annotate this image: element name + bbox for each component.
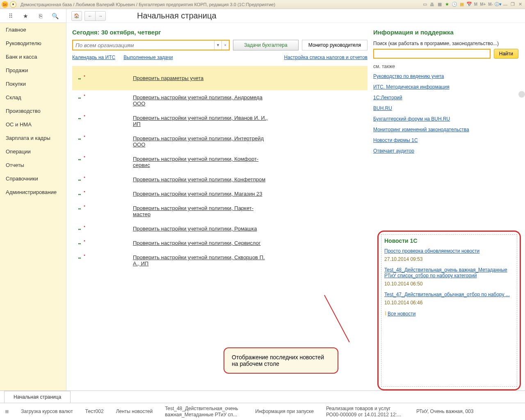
task-link[interactable]: Проверить настройки учетной политики, Ма… <box>133 191 268 197</box>
task-status-icon <box>78 135 84 141</box>
home-button[interactable]: 🏠 <box>71 11 82 21</box>
news-link[interactable]: Просто проверка обновляемости новости <box>384 248 479 254</box>
close-button[interactable]: ✕ <box>517 1 523 8</box>
toolbar-icon-1[interactable]: ▭ <box>422 1 428 8</box>
task-link[interactable]: Проверить настройки учетной политики, Ск… <box>133 254 268 267</box>
news-date: 10.10.2014 06:50 <box>384 281 514 287</box>
toolbar-icon-6[interactable]: ▦ <box>459 1 465 8</box>
history-icon[interactable]: 🕓 <box>451 1 458 8</box>
task-status-icon <box>78 176 84 182</box>
task-link[interactable]: Проверить настройки учетной политики, Ко… <box>133 176 268 183</box>
history-nav-icon[interactable]: ⎘ <box>37 12 45 20</box>
bottom-tab-start[interactable]: Начальная страница <box>4 391 71 403</box>
restore-button[interactable]: ❐ <box>509 1 516 8</box>
news-link[interactable]: Test_48_Действительная_очень важная_Мета… <box>384 267 507 278</box>
find-button[interactable]: Найти <box>494 49 518 59</box>
sidebar-item[interactable]: Банк и касса <box>0 50 66 64</box>
app-menu-button[interactable]: ▾ <box>10 1 16 8</box>
support-link[interactable]: Отвечает аудитор <box>373 148 518 154</box>
sidebar-item[interactable]: Покупки <box>0 77 66 91</box>
sidebar-item[interactable]: Руководителю <box>0 37 66 50</box>
status-item[interactable]: Test_48_Действительная_очень важная_Мета… <box>165 406 243 418</box>
task-link[interactable]: Проверить настройки учетной политики, Ив… <box>133 115 268 127</box>
support-link[interactable]: 1С:Лекторий <box>373 95 518 100</box>
done-tasks-link[interactable]: Выполненные задачи <box>123 55 173 60</box>
support-link[interactable]: Бухгалтерский форум на BUH.RU <box>373 116 518 122</box>
support-link[interactable]: ИТС. Методическая информация <box>373 84 518 90</box>
status-item[interactable]: Информация при запуске <box>255 409 314 414</box>
toolbar-icon-2[interactable]: 🖶 <box>429 1 436 8</box>
manager-tab[interactable]: Монитор руководителя <box>302 40 368 50</box>
favorites-icon[interactable]: ★ <box>444 1 450 8</box>
title-text: Демонстрационная база / Любимов Валерий … <box>21 2 275 7</box>
minimize-button[interactable]: — <box>502 1 509 8</box>
sidebar-item[interactable]: Администрирование <box>0 185 66 199</box>
status-menu-icon[interactable]: ≡ <box>5 408 9 415</box>
status-item[interactable]: Ленты новостей <box>116 409 153 414</box>
all-news-link[interactable]: Все новости <box>388 311 415 317</box>
forward-button[interactable]: → <box>95 11 106 21</box>
sidebar-item[interactable]: Склад <box>0 91 66 104</box>
task-link[interactable]: Проверить настройки учетной политики, Па… <box>133 205 268 217</box>
sidebar-item[interactable]: Справочники <box>0 172 66 185</box>
accountant-tab[interactable]: Задачи бухгалтера <box>233 40 299 50</box>
info-icon[interactable]: ⓘ▾ <box>495 1 501 8</box>
support-search-input[interactable] <box>373 49 491 59</box>
calendar-icon[interactable]: 📅 <box>466 1 472 8</box>
news-date: 10.10.2014 06:46 <box>384 300 514 306</box>
status-item[interactable]: РТиУ, Очень важная, 003 <box>416 409 474 414</box>
sidebar-item[interactable]: Зарплата и кадры <box>0 131 66 145</box>
task-row: Проверить настройки учетной политики, Ко… <box>72 152 368 172</box>
support-link[interactable]: Новости фирмы 1С <box>373 137 518 143</box>
sidebar-item[interactable]: Главное <box>0 23 66 37</box>
status-item[interactable]: Реализация товаров и услуг РО00-000009 о… <box>326 406 404 418</box>
task-link[interactable]: Проверить настройки учетной политики, Ин… <box>133 135 268 148</box>
sidebar-item[interactable]: Операции <box>0 145 66 158</box>
task-status-icon <box>78 205 84 211</box>
sidebar: ⠿ ★ ⎘ 🔍 ГлавноеРуководителюБанк и кассаП… <box>0 9 66 390</box>
scrollbar-thumb[interactable] <box>518 91 525 98</box>
favorites-nav-icon[interactable]: ★ <box>21 12 30 20</box>
today-header: Сегодня: 30 октября, четверг <box>72 29 368 36</box>
sidebar-item[interactable]: ОС и НМА <box>0 118 66 131</box>
task-row: Проверить настройки учетной политики, Ро… <box>72 221 368 236</box>
sidebar-item[interactable]: Продажи <box>0 64 66 77</box>
toolbar-icon-3[interactable]: ▦ <box>436 1 443 8</box>
task-row: Проверить параметры учета <box>72 66 368 90</box>
support-link[interactable]: Руководство по ведению учета <box>373 73 518 79</box>
rss-icon: ⌇ <box>384 310 387 317</box>
memory-mminus[interactable]: M- <box>487 2 494 7</box>
org-filter-dropdown[interactable]: ▼ <box>214 41 221 50</box>
task-link[interactable]: Проверить настройки учетной политики, Ко… <box>133 156 268 168</box>
task-link[interactable]: Проверить настройки учетной политики, Ан… <box>133 94 268 107</box>
back-button[interactable]: ← <box>84 11 95 21</box>
org-filter-input[interactable] <box>73 41 214 50</box>
task-status-icon <box>78 75 84 81</box>
task-link[interactable]: Проверить настройки учетной политики, Се… <box>133 240 268 246</box>
news-link[interactable]: Test_47_Действительная_обычная_отбор по … <box>384 292 510 297</box>
calendar-link[interactable]: Календарь на ИТС <box>72 55 115 60</box>
sections-icon[interactable]: ⠿ <box>7 12 15 20</box>
news-item: Test_47_Действительная_обычная_отбор по … <box>384 292 514 306</box>
org-filter[interactable]: ▼ × <box>72 40 230 50</box>
org-filter-clear[interactable]: × <box>221 41 229 50</box>
sidebar-item[interactable]: Производство <box>0 104 66 118</box>
task-row: Проверить настройки учетной политики, Ив… <box>72 111 368 131</box>
task-link[interactable]: Проверить настройки учетной политики, Ро… <box>133 226 268 232</box>
task-link[interactable]: Проверить параметры учета <box>133 75 268 81</box>
status-item[interactable]: Тест002 <box>85 409 104 414</box>
support-link[interactable]: Мониторинг изменений законодательства <box>373 127 518 132</box>
search-icon[interactable]: 🔍 <box>51 12 59 20</box>
tax-settings-link[interactable]: Настройка списка налогов и отчетов <box>284 55 368 60</box>
task-status-icon <box>78 254 84 260</box>
support-link[interactable]: BUH.RU <box>373 105 518 111</box>
app-icon: 1c <box>2 1 8 8</box>
memory-m[interactable]: M <box>473 2 478 7</box>
memory-mplus[interactable]: M+ <box>479 2 486 7</box>
task-row: Проверить настройки учетной политики, Ко… <box>72 172 368 187</box>
page-title: Начальная страница <box>137 11 217 21</box>
news-header: Новости 1С <box>384 237 514 244</box>
status-item[interactable]: Загрузка курсов валют <box>21 409 73 414</box>
task-row: Проверить настройки учетной политики, Се… <box>72 236 368 250</box>
sidebar-item[interactable]: Отчеты <box>0 158 66 172</box>
